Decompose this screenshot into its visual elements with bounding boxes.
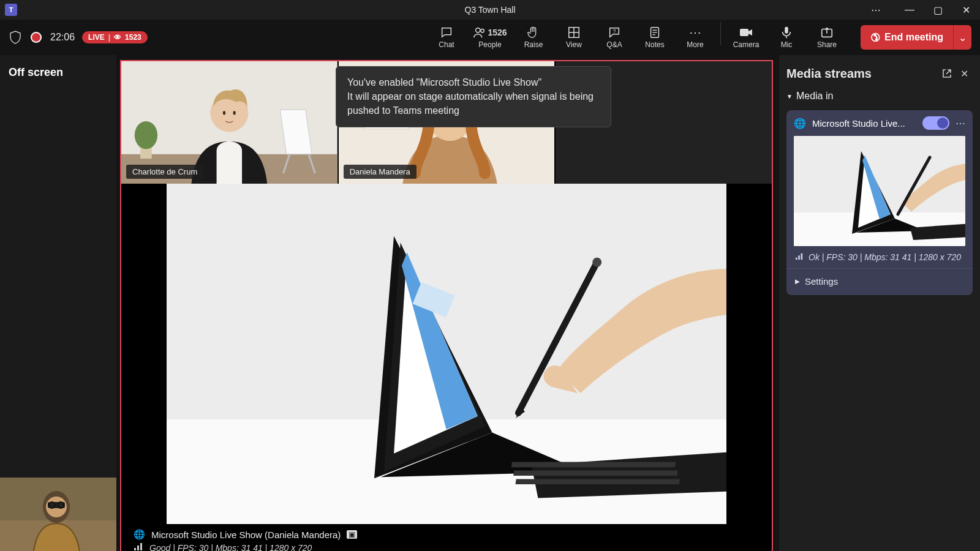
title-more-button[interactable]: ⋯ <box>864 0 888 20</box>
eye-icon: 👁 <box>114 33 121 42</box>
chat-icon <box>440 26 453 39</box>
participant-tile-1[interactable]: Charlotte de Crum <box>121 61 337 184</box>
people-icon: 1526 <box>473 26 507 39</box>
svg-rect-37 <box>513 471 678 476</box>
people-button[interactable]: 1526 People <box>468 22 512 53</box>
popout-icon[interactable] <box>938 65 956 82</box>
hand-icon <box>527 26 540 39</box>
shared-content-title: Microsoft Studio Live Show (Daniela Mand… <box>151 530 341 540</box>
live-badge: LIVE | 👁 1523 <box>82 31 148 43</box>
grid-icon <box>567 26 581 39</box>
shared-content-footer: 🌐 Microsoft Studio Live Show (Daniela Ma… <box>121 524 772 551</box>
window-title: Q3 Town Hall <box>464 5 515 15</box>
maximize-button[interactable]: ▢ <box>924 0 952 20</box>
titlebar: T Q3 Town Hall ⋯ ― ▢ ✕ <box>0 0 980 20</box>
participant-name-2: Daniela Mandera <box>344 165 417 179</box>
off-screen-panel: Off screen <box>0 55 116 551</box>
globe-icon: 🌐 <box>794 118 806 129</box>
stream-thumbnail <box>794 136 965 246</box>
shield-icon[interactable] <box>9 31 22 44</box>
presenter-icon: ▣ <box>347 530 357 539</box>
stream-more-icon[interactable]: ⋯ <box>956 118 965 129</box>
signal-icon <box>795 252 804 262</box>
more-icon: ⋯ <box>689 26 701 39</box>
toolbar-divider <box>720 22 721 45</box>
participant-name-1: Charlotte de Crum <box>126 165 203 179</box>
svg-rect-47 <box>796 258 797 260</box>
shared-content-area: 🌐 Microsoft Studio Live Show (Daniela Ma… <box>121 184 772 551</box>
stream-toggle[interactable] <box>922 116 949 130</box>
camera-button[interactable]: Camera <box>727 22 765 53</box>
meeting-stage: You've enabled "Microsoft Studio Live Sh… <box>120 60 773 551</box>
media-streams-title: Media streams <box>786 67 938 81</box>
svg-rect-41 <box>134 548 136 550</box>
stream-stats: Ok | FPS: 30 | Mbps: 31 41 | 1280 x 720 <box>809 252 961 262</box>
hangup-icon: ✆ <box>867 29 883 45</box>
people-count: 1526 <box>488 28 507 37</box>
toolbar-actions: Chat 1526 People Raise View ? Q&A <box>428 22 846 53</box>
svg-rect-10 <box>740 29 748 36</box>
minimize-button[interactable]: ― <box>895 0 924 20</box>
share-button[interactable]: Share <box>808 22 846 53</box>
live-label: LIVE <box>88 33 105 42</box>
teams-app-icon: T <box>5 4 17 16</box>
svg-rect-38 <box>516 479 680 484</box>
off-screen-title: Off screen <box>9 66 108 79</box>
chevron-right-icon: ▶ <box>795 278 800 285</box>
signal-icon <box>134 542 143 551</box>
end-meeting-chevron[interactable]: ⌄ <box>953 25 971 50</box>
notes-button[interactable]: Notes <box>636 22 674 53</box>
svg-rect-42 <box>137 545 139 550</box>
svg-point-1 <box>481 29 484 33</box>
stage-container: You've enabled "Microsoft Studio Live Sh… <box>116 55 779 551</box>
svg-rect-11 <box>785 27 788 34</box>
svg-rect-48 <box>798 255 800 260</box>
svg-point-0 <box>476 28 480 32</box>
more-button[interactable]: ⋯ More <box>676 22 714 53</box>
stream-settings-row[interactable]: ▶ Settings <box>786 268 973 295</box>
notice-line1: You've enabled "Microsoft Studio Live Sh… <box>347 75 600 89</box>
svg-rect-43 <box>140 543 142 550</box>
svg-point-28 <box>233 111 236 114</box>
meeting-body: Off screen You've enabled "Microsoft Stu… <box>0 55 980 551</box>
stream-enabled-notice: You've enabled "Microsoft Studio Live Sh… <box>336 66 611 127</box>
view-button[interactable]: View <box>555 22 593 53</box>
mic-button[interactable]: Mic <box>767 22 805 53</box>
svg-rect-49 <box>801 253 803 260</box>
end-meeting-button[interactable]: ✆ End meeting ⌄ <box>861 25 971 50</box>
meeting-toolbar: 22:06 LIVE | 👁 1523 Chat 1526 People <box>0 20 980 55</box>
self-preview-tile[interactable] <box>0 478 116 551</box>
raise-hand-button[interactable]: Raise <box>514 22 552 53</box>
close-panel-icon[interactable]: ✕ <box>956 65 973 82</box>
chevron-down-icon: ▼ <box>786 93 793 100</box>
chat-button[interactable]: Chat <box>428 22 466 53</box>
media-streams-panel: Media streams ✕ ▼ Media in 🌐 Microsoft S… <box>779 55 980 551</box>
shared-content-stats: Good | FPS: 30 | Mbps: 31 41 | 1280 x 72… <box>149 543 312 551</box>
svg-point-40 <box>593 258 602 267</box>
stream-card: 🌐 Microsoft Studio Live... ⋯ <box>786 110 973 295</box>
share-icon <box>820 26 834 39</box>
qa-button[interactable]: ? Q&A <box>595 22 633 53</box>
record-indicator <box>29 31 43 44</box>
window-controls: ― ▢ ✕ <box>895 0 980 20</box>
globe-icon: 🌐 <box>134 529 145 540</box>
svg-point-27 <box>223 111 225 114</box>
notice-line2: It will appear on stage automatically wh… <box>347 89 600 118</box>
shared-content-image <box>167 184 726 524</box>
stream-name: Microsoft Studio Live... <box>812 118 916 129</box>
mic-icon <box>780 26 793 39</box>
qa-icon: ? <box>608 26 621 39</box>
viewer-count: 1523 <box>125 33 141 42</box>
close-window-button[interactable]: ✕ <box>952 0 980 20</box>
camera-icon <box>739 26 753 39</box>
notes-icon <box>648 26 662 39</box>
meeting-timer: 22:06 <box>50 32 75 43</box>
svg-text:?: ? <box>613 29 616 34</box>
svg-point-25 <box>135 121 157 149</box>
svg-rect-36 <box>511 462 676 468</box>
media-in-section[interactable]: ▼ Media in <box>786 91 973 102</box>
